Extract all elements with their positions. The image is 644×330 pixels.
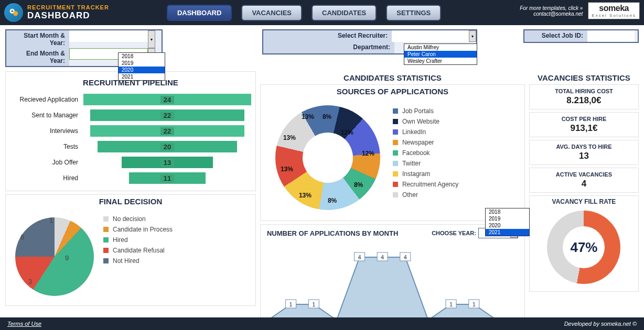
end-date-label: End Month & Year: (6, 48, 69, 66)
legend-item: Job Portals (393, 107, 520, 115)
legend-item: Not Hired (103, 257, 251, 265)
svg-text:4: 4 (381, 254, 384, 260)
topbar: RECRUITMENT TRACKER DASHBOARD DASHBOARD … (0, 0, 644, 25)
nav-dashboard[interactable]: DASHBOARD (167, 5, 232, 21)
job-id-input[interactable] (587, 30, 635, 42)
svg-text:1: 1 (449, 301, 453, 307)
start-date-input[interactable] (69, 30, 148, 42)
legend-item: No decision (103, 215, 251, 223)
svg-text:1: 1 (473, 301, 476, 307)
funnel-row: Tests 20 (10, 139, 251, 154)
funnel-row: Job Offer 13 (10, 155, 251, 170)
pipeline-panel: RECRUITMENT PIPELINE Recieved Applicatio… (5, 71, 256, 191)
footer: Terms of Use Developed by someka.net © (0, 317, 644, 330)
app-logo (4, 3, 23, 22)
sources-panel: SOURCES OF APPLICATIONS 12%8%12%8%8%13%1… (260, 84, 525, 221)
nav-vacancies[interactable]: VACANCIES (241, 5, 302, 21)
recruiter-dd-icon[interactable]: ▾ (469, 30, 476, 42)
choose-year-label: CHOOSE YEAR: (432, 230, 476, 236)
svg-text:4: 4 (358, 254, 361, 260)
candidates-title: CANDIDATES STATISTICS (260, 71, 525, 84)
legend-item: Other (393, 191, 520, 199)
apps-month-panel: NUMBER OF APPLICATIONS BY MONTH CHOOSE Y… (260, 224, 525, 330)
final-decision-panel: FINAL DECISION 6193 No decision Candidat… (5, 194, 256, 306)
svg-point-2 (11, 10, 13, 12)
vacancy-stat: AVG. DAYS TO HIRE13 (529, 140, 639, 165)
fill-rate-panel: VACANCY FILL RATE 47% (529, 195, 639, 292)
nav-buttons: DASHBOARD VACANCIES CANDIDATES SETTINGS (167, 5, 441, 21)
nav-candidates[interactable]: CANDIDATES (312, 5, 377, 21)
funnel-row: Hired 11 (10, 171, 251, 185)
recruiter-dropdown[interactable]: Austin Milfrey Peter Caron Wesley Crafte… (404, 43, 477, 65)
vacancy-stat: COST PER HIRE913,1€ (529, 112, 639, 137)
fill-rate-title: VACANCY FILL RATE (532, 198, 636, 205)
apps-month-title: NUMBER OF APPLICATIONS BY MONTH (267, 229, 398, 237)
nav-settings[interactable]: SETTINGS (386, 5, 441, 21)
job-filter-box: Select Job ID: (523, 29, 639, 43)
legend-item: Candidate in Process (103, 226, 251, 233)
final-decision-title: FINAL DECISION (6, 195, 255, 208)
svg-text:1: 1 (312, 301, 315, 307)
legend-item: Own Website (393, 118, 520, 125)
vacancy-stat: TOTAL HIRING COST8.218,0€ (529, 84, 639, 109)
app-title: RECRUITMENT TRACKER (27, 4, 109, 10)
more-templates-link[interactable]: For more templates, click » (520, 5, 583, 11)
legend-item: Recruitment Agency (393, 181, 520, 188)
svg-marker-3 (268, 257, 520, 320)
legend-item: Instagram (393, 170, 520, 178)
legend-item: LinkedIn (393, 128, 520, 136)
legend-item: Candidate Refusal (103, 247, 251, 254)
brand-logo[interactable]: someka Excel Solutions (588, 2, 640, 19)
legend-item: Hired (103, 236, 251, 244)
start-date-dd-icon[interactable]: ▾ (148, 30, 155, 48)
chart-year-dropdown[interactable]: 2018 2019 2020 2021 (485, 208, 530, 236)
funnel-row: Recieved Application 24 (10, 92, 251, 107)
legend-item: Facebook (393, 149, 520, 157)
sources-title: SOURCES OF APPLICATIONS (261, 85, 524, 98)
developed-by: Developed by someka.net © (564, 321, 637, 327)
terms-link[interactable]: Terms of Use (7, 321, 41, 327)
vacancy-stat: ACTIVE VACANCIES4 (529, 168, 639, 193)
filter-row: Start Month & Year: ▾ End Month & Year: … (0, 25, 644, 71)
vacancies-title: VACANCIES STATISTICS (529, 71, 639, 84)
job-id-label: Select Job ID: (524, 30, 587, 42)
svg-text:4: 4 (404, 254, 407, 260)
legend-item: Newspaper (393, 139, 520, 146)
start-date-label: Start Month & Year: (6, 30, 69, 48)
contact-email[interactable]: contact@someka.net (520, 11, 583, 17)
page-title: DASHBOARD (27, 10, 109, 21)
end-year-dropdown[interactable]: 2018 2019 2020 2021 (118, 52, 165, 81)
svg-text:1: 1 (289, 301, 292, 307)
department-label: Department: (263, 42, 394, 53)
recruiter-input[interactable] (392, 30, 469, 42)
funnel-row: Interviews 22 (10, 124, 251, 138)
legend-item: Twitter (393, 160, 520, 167)
svg-point-1 (13, 11, 18, 16)
recruiter-label: Select Recruiter: (263, 30, 392, 42)
funnel-row: Sent to Manager 22 (10, 108, 251, 123)
